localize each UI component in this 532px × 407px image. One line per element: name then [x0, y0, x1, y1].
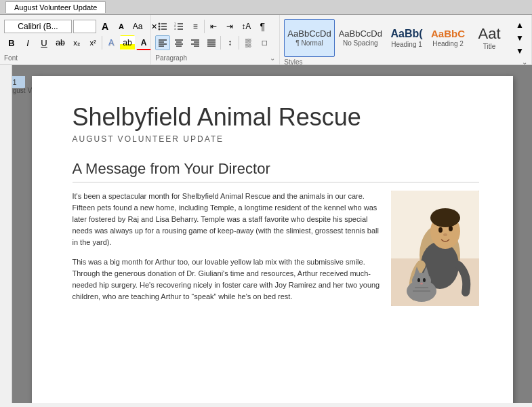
line-spacing-button[interactable]: ↕	[222, 35, 237, 50]
image-column	[391, 191, 479, 311]
style-heading1[interactable]: AaBb( Heading 1	[386, 19, 427, 57]
font-controls: 12 A A Aa ✕ B I U ab x₂ x² A	[4, 18, 146, 53]
svg-point-43	[420, 283, 423, 285]
shading-button[interactable]: ▒	[241, 35, 255, 50]
style-normal[interactable]: AaBbCcDd ¶ Normal	[284, 19, 334, 57]
font-group-label: Font	[4, 53, 146, 62]
svg-point-41	[417, 278, 420, 282]
style-heading1-label: Heading 1	[391, 41, 422, 48]
style-heading2[interactable]: AaBbC Heading 2	[428, 19, 468, 57]
style-normal-label: ¶ Normal	[295, 39, 323, 47]
document-image	[391, 191, 479, 306]
svg-point-35	[449, 226, 453, 231]
sort-button[interactable]: ↕A	[239, 19, 253, 34]
style-no-spacing-preview: AaBbCcDd	[339, 29, 382, 38]
svg-point-36	[443, 233, 447, 236]
bullets-button[interactable]	[155, 19, 170, 34]
style-title-preview: Aat	[478, 26, 500, 41]
heading-rule	[73, 182, 479, 182]
borders-button[interactable]: □	[257, 35, 272, 50]
align-right-button[interactable]	[188, 35, 203, 50]
bold-button[interactable]: B	[4, 35, 19, 50]
subscript-button[interactable]: x₂	[69, 35, 84, 50]
paragraph-group-label: Paragraph	[155, 54, 187, 62]
style-normal-preview: AaBbCcDd	[287, 29, 331, 38]
numbering-button[interactable]: 1.2.3.	[171, 19, 186, 34]
strikethrough-button[interactable]: ab	[53, 35, 68, 50]
align-center-button[interactable]	[171, 35, 186, 50]
document-subtitle: AUGUST VOLUNTEER UPDATE	[73, 134, 479, 144]
font-name-input[interactable]	[4, 20, 72, 33]
ribbon: 12 A A Aa ✕ B I U ab x₂ x² A	[0, 15, 532, 65]
superscript-button[interactable]: x²	[85, 35, 100, 50]
italic-button[interactable]: I	[20, 35, 35, 50]
style-heading2-label: Heading 2	[432, 40, 464, 47]
decrease-indent-button[interactable]: ⇤	[206, 19, 221, 34]
paragraph-group: 1.2.3. ≡ ⇤ ⇥ ↕A ¶	[151, 15, 280, 64]
styles-group: AaBbCcDd ¶ Normal AaBbCcDd No Spacing Aa…	[280, 15, 532, 64]
styles-controls: AaBbCcDd ¶ Normal AaBbCcDd No Spacing Aa…	[284, 18, 527, 57]
increase-indent-button[interactable]: ⇥	[222, 19, 237, 34]
document-title: Shelbyfield Animal Rescue	[73, 103, 479, 132]
font-group: 12 A A Aa ✕ B I U ab x₂ x² A	[0, 15, 151, 64]
align-left-button[interactable]	[155, 35, 170, 50]
text-column: It's been a spectacular month for Shelby…	[73, 191, 380, 311]
style-no-spacing-label: No Spacing	[343, 39, 378, 47]
paragraph-dialog-button[interactable]: ⌄	[270, 54, 275, 62]
side-ruler	[0, 65, 12, 403]
style-no-spacing[interactable]: AaBbCcDd No Spacing	[335, 19, 386, 57]
shrink-font-button[interactable]: A	[114, 19, 129, 34]
svg-point-4	[159, 28, 161, 31]
style-heading1-preview: AaBb(	[390, 28, 422, 39]
styles-list: AaBbCcDd ¶ Normal AaBbCcDd No Spacing Aa…	[284, 19, 510, 57]
style-heading2-preview: AaBbC	[431, 28, 465, 39]
svg-point-33	[430, 208, 460, 227]
svg-point-2	[159, 26, 161, 28]
paragraph-2[interactable]: This was a big month for Arthur too, our…	[73, 256, 380, 303]
font-size-input[interactable]: 12	[73, 20, 96, 33]
show-paragraph-button[interactable]: ¶	[255, 19, 270, 34]
styles-scroll-down[interactable]: ▼	[512, 32, 527, 45]
ribbon-groups: 12 A A Aa ✕ B I U ab x₂ x² A	[0, 15, 532, 65]
styles-more[interactable]: ▼	[512, 44, 527, 57]
content-row: It's been a spectacular month for Shelby…	[73, 191, 479, 311]
text-effect-button[interactable]: A	[104, 35, 119, 50]
style-title-label: Title	[483, 43, 496, 50]
grow-font-button[interactable]: A	[98, 19, 112, 34]
document-tab[interactable]: August Volunteer Update	[5, 1, 106, 13]
svg-point-34	[438, 227, 443, 233]
change-case-button[interactable]: Aa	[130, 19, 145, 34]
paragraph-controls: 1.2.3. ≡ ⇤ ⇥ ↕A ¶	[155, 18, 275, 53]
workspace: 1 August Volunteer Update Shelbyfield An…	[0, 65, 532, 403]
underline-button[interactable]: U	[37, 35, 52, 50]
section-heading: A Message from Your Director	[73, 160, 479, 178]
justify-button[interactable]	[204, 35, 219, 50]
highlight-button[interactable]: ab	[120, 35, 135, 50]
svg-point-0	[159, 23, 161, 25]
font-color-button[interactable]: A	[136, 35, 151, 50]
svg-point-42	[423, 278, 426, 282]
document-page[interactable]: Shelbyfield Animal Rescue AUGUST VOLUNTE…	[32, 76, 513, 403]
tab-label: August Volunteer Update	[14, 3, 97, 12]
svg-text:3.: 3.	[174, 27, 176, 31]
document-area[interactable]: 1 August Volunteer Update Shelbyfield An…	[12, 65, 532, 403]
multilevel-list-button[interactable]: ≡	[188, 19, 203, 34]
tab-bar: August Volunteer Update	[0, 0, 532, 15]
styles-scroll-up[interactable]: ▲	[512, 19, 527, 32]
paragraph-1[interactable]: It's been a spectacular month for Shelby…	[73, 191, 380, 248]
style-title[interactable]: Aat Title	[469, 19, 510, 57]
